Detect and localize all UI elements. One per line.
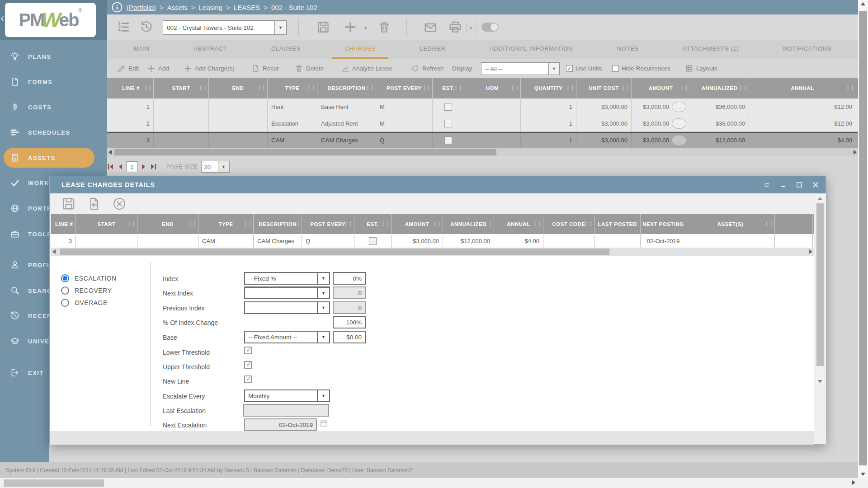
add-charge-s-button[interactable]: Add Charge(s) — [184, 59, 235, 77]
column-header[interactable]: LINE #⋮⋮ — [52, 214, 76, 234]
column-menu-icon[interactable]: ⋮⋮ — [584, 221, 593, 227]
column-menu-icon[interactable]: ⋮⋮ — [566, 85, 575, 91]
save-button[interactable] — [316, 20, 330, 34]
ellipsis-button[interactable]: ... — [672, 118, 686, 129]
info-icon[interactable] — [111, 1, 123, 13]
calendar-icon[interactable] — [320, 419, 328, 427]
column-menu-icon[interactable]: ⋮⋮ — [422, 85, 431, 91]
column-header[interactable]: END⋮⋮ — [209, 78, 268, 99]
print-button[interactable] — [448, 20, 462, 34]
add-button[interactable]: Add — [147, 59, 169, 77]
breadcrumb-assets[interactable]: Assets — [167, 4, 188, 11]
column-menu-icon[interactable]: ⋮⋮ — [675, 221, 684, 227]
column-menu-icon[interactable]: ⋮⋮ — [621, 85, 630, 91]
column-menu-icon[interactable]: ⋮⋮ — [65, 221, 74, 227]
layouts-button[interactable]: Layouts — [685, 59, 717, 77]
scrollbar-thumb[interactable] — [60, 249, 609, 255]
est-checkbox[interactable] — [444, 136, 452, 144]
close-icon[interactable] — [813, 182, 818, 188]
est-checkbox[interactable] — [369, 237, 377, 245]
sidebar-item-forms[interactable]: FORMS — [0, 72, 107, 92]
column-header[interactable]: EST.⋮⋮ — [354, 214, 392, 234]
overage-radio[interactable] — [61, 299, 69, 307]
column-header[interactable]: ASSET(S)⋮⋮ — [686, 214, 775, 234]
base-value-input[interactable]: $0.00 — [333, 331, 366, 343]
est-checkbox[interactable] — [444, 120, 452, 127]
sidebar-collapse-chevron[interactable]: ‹ — [0, 13, 4, 23]
next-page-button[interactable] — [141, 164, 146, 170]
column-header[interactable]: UNIT COST⋮⋮ — [576, 78, 632, 99]
chevron-down-icon[interactable]: ▼ — [317, 332, 329, 343]
tab-ledger[interactable]: LEDGER — [407, 40, 458, 59]
column-header[interactable]: COST CODE⋮⋮ — [543, 214, 594, 234]
history-icon[interactable] — [140, 20, 153, 34]
column-menu-icon[interactable]: ⋮⋮ — [510, 85, 519, 91]
scrollbar-thumb[interactable] — [816, 203, 824, 366]
column-menu-icon[interactable]: ⋮⋮ — [764, 221, 773, 227]
scrollbar-thumb[interactable] — [114, 149, 496, 155]
ellipsis-button[interactable]: ... — [672, 135, 686, 145]
grid-row[interactable]: 3CAMCAM ChargesQ1$3,000.00$3,000.00...$1… — [107, 132, 858, 149]
column-menu-icon[interactable]: ⋮⋮ — [291, 221, 300, 227]
column-header[interactable]: POST EVERY⋮⋮ — [302, 214, 354, 234]
column-menu-icon[interactable]: ⋮⋮ — [738, 85, 747, 91]
record-selector[interactable]: 002 - Crystal Towers - Suite 102▼ — [163, 20, 287, 35]
delete-button[interactable]: Delete — [295, 59, 324, 77]
column-header[interactable]: POST EVERY⋮⋮ — [376, 78, 433, 99]
toggle-switch[interactable] — [481, 23, 499, 32]
tab-main[interactable]: MAIN — [121, 40, 162, 59]
column-header[interactable]: ANNUALIZED⋮⋮ — [690, 78, 749, 99]
sidebar-item-plans[interactable]: PLANS — [0, 47, 107, 66]
column-menu-icon[interactable]: ⋮⋮ — [432, 221, 441, 227]
base-select[interactable]: -- Fixed Amount --▼ — [244, 331, 330, 343]
column-header[interactable]: QUANTITY⋮⋮ — [521, 78, 576, 99]
column-menu-icon[interactable]: ⋮⋮ — [533, 221, 542, 227]
breadcrumb-leasing[interactable]: Leasing — [199, 4, 223, 11]
display-select[interactable]: -- All --▼ — [481, 62, 560, 75]
column-header[interactable]: TYPE⋮⋮ — [268, 78, 317, 99]
column-menu-icon[interactable]: ⋮⋮ — [483, 221, 492, 227]
column-header[interactable]: EST.⋮⋮ — [433, 78, 464, 99]
column-header[interactable]: LAST POSTED⋮⋮ — [594, 214, 641, 234]
column-menu-icon[interactable]: ⋮⋮ — [257, 85, 266, 91]
page-size-select[interactable]: 20 ▼ — [201, 161, 230, 173]
scrollbar-thumb[interactable] — [4, 479, 104, 487]
modal-title-bar[interactable]: LEASE CHARGES DETAILS — [50, 176, 826, 193]
grid-row[interactable]: 2EscalationAdjusted RentM1$3,000.00$3,00… — [107, 115, 858, 132]
save-button[interactable] — [61, 197, 76, 211]
column-header[interactable]: AMOUNT⋮⋮ — [392, 214, 443, 234]
sidebar-item-schedules[interactable]: SCHEDULES — [0, 122, 107, 142]
chevron-down-icon[interactable]: ▼ — [317, 288, 329, 298]
column-header[interactable]: END⋮⋮ — [137, 214, 198, 234]
upper-threshold-checkbox[interactable]: ✓ — [244, 361, 252, 369]
column-menu-icon[interactable]: ⋮⋮ — [344, 221, 353, 227]
column-header[interactable]: START⋮⋮ — [76, 214, 137, 234]
sync-icon[interactable] — [764, 182, 769, 188]
sidebar-item-costs[interactable]: COSTS — [0, 97, 107, 117]
scrollbar-thumb[interactable] — [859, 11, 867, 465]
minimize-icon[interactable] — [780, 182, 786, 188]
column-menu-icon[interactable]: ⋮⋮ — [143, 85, 152, 91]
analyze-lease-button[interactable]: Analyze Lease — [341, 59, 392, 77]
column-menu-icon[interactable]: ⋮⋮ — [198, 85, 207, 91]
recovery-radio[interactable] — [61, 286, 69, 295]
column-header[interactable]: ANNUAL⋮⋮ — [494, 214, 543, 234]
grid-horizontal-scrollbar[interactable] — [107, 148, 858, 156]
column-menu-icon[interactable]: ⋮⋮ — [188, 221, 197, 227]
escalate-every-select[interactable]: Monthly▼ — [244, 389, 330, 402]
add-button[interactable] — [344, 20, 357, 34]
index-change-input[interactable]: 100% — [333, 316, 366, 328]
column-menu-icon[interactable]: ⋮⋮ — [679, 85, 689, 91]
est-checkbox[interactable] — [444, 103, 452, 111]
cancel-button[interactable] — [112, 197, 127, 211]
column-menu-icon[interactable]: ⋮⋮ — [453, 85, 462, 91]
column-header[interactable]: DESCRIPTION⋮⋮ — [254, 214, 302, 234]
use-units-checkbox[interactable]: ✓Use Units — [566, 59, 602, 77]
last-page-button[interactable] — [150, 164, 157, 170]
pmweb-logo[interactable]: PMWeb® — [5, 3, 96, 37]
grid-row[interactable]: 3CAMCAM ChargesQ$3,000.00$12,000.00$4.00… — [51, 234, 814, 248]
maximize-icon[interactable] — [797, 182, 802, 188]
new-line-checkbox[interactable]: ✓ — [244, 375, 252, 383]
ordered-list-icon[interactable] — [117, 20, 130, 34]
tab-notifications[interactable]: NOTIFICATIONS — [770, 40, 844, 59]
